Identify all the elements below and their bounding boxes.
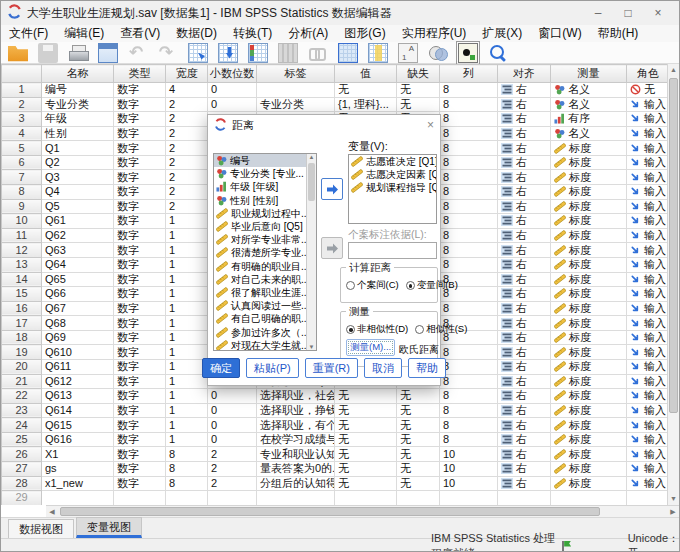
- cell-name[interactable]: Q1: [42, 141, 114, 156]
- cell-columns[interactable]: 8: [440, 228, 498, 243]
- cell-type[interactable]: 数字: [114, 447, 166, 462]
- cell-name[interactable]: X1: [42, 447, 114, 462]
- cell-name[interactable]: 年级: [42, 112, 114, 127]
- cell-measure[interactable]: 标度: [551, 462, 627, 477]
- cell-width[interactable]: 2: [166, 126, 208, 141]
- cell-columns[interactable]: 10: [440, 462, 498, 477]
- column-header-11[interactable]: 角色: [627, 65, 670, 83]
- cell-decimals[interactable]: 2: [208, 462, 257, 477]
- cell-columns[interactable]: 8: [440, 389, 498, 404]
- close-button[interactable]: ×: [643, 2, 673, 24]
- row-number[interactable]: 11: [2, 228, 42, 243]
- dialog-source-variable[interactable]: 很清楚所学专业...: [214, 246, 316, 259]
- scroll-down-icon[interactable]: ▼: [668, 493, 679, 505]
- cell-columns[interactable]: 8: [440, 185, 498, 200]
- column-header-7[interactable]: 缺失: [397, 65, 440, 83]
- cell-columns[interactable]: 8: [440, 199, 498, 214]
- cell-align[interactable]: 右: [498, 418, 551, 433]
- cell-name[interactable]: Q2: [42, 155, 114, 170]
- cell-missing[interactable]: 无: [397, 476, 440, 491]
- cell-columns[interactable]: 8: [440, 170, 498, 185]
- horizontal-scrollbar[interactable]: ◀ ▶: [46, 505, 679, 517]
- cell-align[interactable]: 右: [498, 374, 551, 389]
- menu-window[interactable]: 窗口(W): [530, 25, 589, 42]
- cell-columns[interactable]: 8: [440, 97, 498, 112]
- cell-decimals[interactable]: 2: [208, 447, 257, 462]
- cell-role[interactable]: 输入: [627, 301, 670, 316]
- cell-name[interactable]: Q65: [42, 272, 114, 287]
- row-number[interactable]: 3: [2, 112, 42, 127]
- cell-measure[interactable]: 标度: [551, 316, 627, 331]
- row-number[interactable]: 17: [2, 316, 42, 331]
- cell-width[interactable]: 1: [166, 272, 208, 287]
- cell-decimals[interactable]: 0: [208, 403, 257, 418]
- cell-align[interactable]: 右: [498, 112, 551, 127]
- dialog-source-variable[interactable]: 有明确的职业目...: [214, 260, 316, 273]
- cell-role[interactable]: 输入: [627, 257, 670, 272]
- row-number[interactable]: 1: [2, 83, 42, 98]
- cell-measure[interactable]: 名义: [551, 126, 627, 141]
- cell-values[interactable]: 无: [335, 83, 397, 98]
- cell-label[interactable]: [257, 491, 335, 505]
- cell-values[interactable]: {1, 理科}...: [335, 97, 397, 112]
- cell-missing[interactable]: 无: [397, 97, 440, 112]
- cell-type[interactable]: 数字: [114, 462, 166, 477]
- cell-align[interactable]: 右: [498, 389, 551, 404]
- cell-width[interactable]: 1: [166, 228, 208, 243]
- cell-decimals[interactable]: 0: [208, 389, 257, 404]
- cell-measure[interactable]: 标度: [551, 141, 627, 156]
- undo-icon[interactable]: [128, 43, 148, 63]
- cell-type[interactable]: 数字: [114, 301, 166, 316]
- cell-width[interactable]: 2: [166, 170, 208, 185]
- cell-name[interactable]: Q61: [42, 214, 114, 229]
- cell-values[interactable]: 无: [335, 432, 397, 447]
- ok-button[interactable]: 确定: [202, 358, 240, 378]
- cell-width[interactable]: [166, 491, 208, 505]
- cell-measure[interactable]: 标度: [551, 359, 627, 374]
- cell-width[interactable]: 1: [166, 316, 208, 331]
- cell-align[interactable]: 右: [498, 170, 551, 185]
- cell-role[interactable]: 输入: [627, 199, 670, 214]
- row-number[interactable]: 19: [2, 345, 42, 360]
- cell-type[interactable]: 数字: [114, 243, 166, 258]
- row-number[interactable]: 27: [2, 462, 42, 477]
- cell-type[interactable]: 数字: [114, 359, 166, 374]
- cell-width[interactable]: 2: [166, 199, 208, 214]
- cell-values[interactable]: 无: [335, 389, 397, 404]
- row-number[interactable]: 8: [2, 185, 42, 200]
- column-header-2[interactable]: 类型: [114, 65, 166, 83]
- cell-role[interactable]: 输入: [627, 462, 670, 477]
- cell-role[interactable]: 输入: [627, 155, 670, 170]
- dialog-source-variable[interactable]: 对自己未来的职...: [214, 273, 316, 286]
- cell-type[interactable]: 数字: [114, 199, 166, 214]
- dialog-source-variable[interactable]: 专业分类 [专业...: [214, 167, 316, 180]
- move-variables-button[interactable]: [321, 178, 343, 200]
- dialog-source-variable[interactable]: 性别 [性别]: [214, 194, 316, 207]
- cell-name[interactable]: Q5: [42, 199, 114, 214]
- cell-name[interactable]: Q614: [42, 403, 114, 418]
- measure-option[interactable]: 非相似性(D): [346, 323, 408, 336]
- cell-measure[interactable]: 标度: [551, 374, 627, 389]
- cell-measure[interactable]: 标度: [551, 301, 627, 316]
- cell-role[interactable]: 输入: [627, 141, 670, 156]
- cell-measure[interactable]: 标度: [551, 418, 627, 433]
- column-header-5[interactable]: 标签: [257, 65, 335, 83]
- cell-align[interactable]: 右: [498, 214, 551, 229]
- cell-columns[interactable]: 8: [440, 141, 498, 156]
- goto-case-icon[interactable]: [188, 43, 208, 63]
- row-number[interactable]: 15: [2, 287, 42, 302]
- cell-width[interactable]: 8: [166, 476, 208, 491]
- cell-decimals[interactable]: 0: [208, 97, 257, 112]
- cell-role[interactable]: 输入: [627, 476, 670, 491]
- cell-role[interactable]: 输入: [627, 228, 670, 243]
- cell-width[interactable]: 4: [166, 83, 208, 98]
- cell-width[interactable]: 1: [166, 418, 208, 433]
- cell-label[interactable]: 专业分类: [257, 97, 335, 112]
- cell-width[interactable]: 2: [166, 141, 208, 156]
- cell-name[interactable]: Q611: [42, 359, 114, 374]
- row-number[interactable]: 4: [2, 126, 42, 141]
- cell-role[interactable]: 输入: [627, 359, 670, 374]
- cell-width[interactable]: 2: [166, 112, 208, 127]
- cell-measure[interactable]: 标度: [551, 199, 627, 214]
- cell-align[interactable]: [498, 491, 551, 505]
